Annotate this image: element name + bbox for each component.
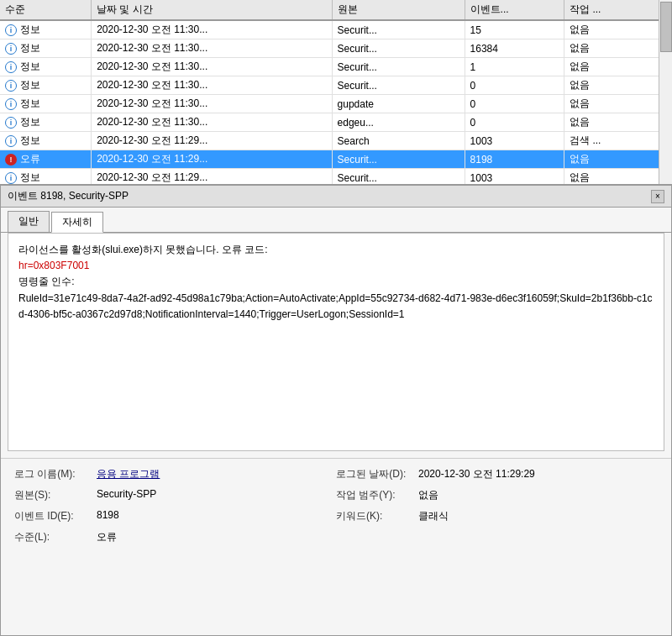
cell-level: i정보 [0, 113, 92, 132]
log-name-value[interactable]: 응용 프로그램 [97, 467, 160, 481]
level-text: 정보 [20, 78, 40, 92]
info-icon: i [5, 61, 17, 73]
cell-datetime: 2020-12-30 오전 11:30... [92, 20, 332, 39]
table-header-row: 수준 날짜 및 시간 원본 이벤트... 작업 ... [0, 0, 672, 20]
log-name-label: 로그 이름(M): [14, 467, 90, 481]
cell-source: Securit... [332, 169, 465, 186]
cell-source: Securit... [332, 150, 465, 169]
tab-detail[interactable]: 자세히 [51, 212, 103, 233]
col-header-level[interactable]: 수준 [0, 0, 92, 20]
keyword-label: 키워드(K): [336, 509, 412, 523]
table-row[interactable]: i정보2020-12-30 오전 11:30...Securit...0없음 [0, 76, 672, 95]
logged-date-label: 로그된 날짜(D): [336, 467, 412, 481]
meta-keyword: 키워드(K): 클래식 [336, 507, 658, 525]
cell-source: Search [332, 132, 465, 150]
keyword-value: 클래식 [418, 509, 449, 523]
cell-datetime: 2020-12-30 오전 11:29... [92, 169, 332, 186]
info-icon: i [5, 172, 17, 184]
cell-eventid: 1 [465, 58, 564, 76]
event-table: 수준 날짜 및 시간 원본 이벤트... 작업 ... i정보2020-12-3… [0, 0, 672, 185]
table-row[interactable]: i정보2020-12-30 오전 11:30...Securit...15없음 [0, 20, 672, 39]
table-row[interactable]: i정보2020-12-30 오전 11:29...Search1003검색 ..… [0, 132, 672, 150]
cell-level: i정보 [0, 39, 92, 58]
cell-eventid: 1003 [465, 132, 564, 150]
level-label: 수준(L): [14, 530, 90, 544]
cell-level: !오류 [0, 150, 92, 169]
cell-task: 없음 [564, 113, 672, 132]
info-icon: i [5, 135, 17, 147]
level-text: 정보 [20, 97, 40, 111]
cell-source: gupdate [332, 95, 465, 113]
detail-titlebar: 이벤트 8198, Security-SPP × [1, 186, 671, 208]
meta-log-name: 로그 이름(M): 응용 프로그램 [14, 465, 336, 483]
cell-eventid: 16384 [465, 39, 564, 58]
logged-date-value: 2020-12-30 오전 11:29:29 [418, 467, 535, 481]
cell-source: Securit... [332, 58, 465, 76]
event-log-table-area: 수준 날짜 및 시간 원본 이벤트... 작업 ... i정보2020-12-3… [0, 0, 672, 185]
info-icon: i [5, 24, 17, 36]
vertical-scrollbar[interactable] [659, 0, 672, 184]
table-body: i정보2020-12-30 오전 11:30...Securit...15없음i… [0, 20, 672, 185]
content-line2: hr=0x803F7001 [18, 258, 654, 274]
cell-task: 없음 [564, 39, 672, 58]
task-label: 작업 범주(Y): [336, 488, 412, 502]
cell-level: i정보 [0, 20, 92, 39]
level-text: 정보 [20, 134, 40, 148]
cell-datetime: 2020-12-30 오전 11:30... [92, 95, 332, 113]
cell-level: i정보 [0, 58, 92, 76]
cell-datetime: 2020-12-30 오전 11:29... [92, 150, 332, 169]
cell-task: 없음 [564, 20, 672, 39]
table-row[interactable]: i정보2020-12-30 오전 11:29...Securit...1003없… [0, 169, 672, 186]
cell-eventid: 8198 [465, 150, 564, 169]
meta-task: 작업 범주(Y): 없음 [336, 486, 658, 504]
meta-event-id: 이벤트 ID(E): 8198 [14, 507, 336, 525]
info-icon: i [5, 43, 17, 55]
cell-task: 검색 ... [564, 132, 672, 150]
cell-source: Securit... [332, 39, 465, 58]
cell-datetime: 2020-12-30 오전 11:29... [92, 132, 332, 150]
tab-general[interactable]: 일반 [8, 211, 50, 232]
detail-tabs: 일반 자세히 [1, 208, 671, 233]
cell-eventid: 0 [465, 95, 564, 113]
level-text: 정보 [20, 60, 40, 74]
cell-level: i정보 [0, 95, 92, 113]
table-row[interactable]: i정보2020-12-30 오전 11:30...gupdate0없음 [0, 95, 672, 113]
detail-title: 이벤트 8198, Security-SPP [8, 189, 129, 203]
info-icon: i [5, 80, 17, 92]
detail-content-area: 라이선스를 활성화(slui.exe)하지 못했습니다. 오류 코드: hr=0… [8, 233, 664, 451]
cell-source: edgeu... [332, 113, 465, 132]
event-id-value: 8198 [97, 509, 119, 523]
cell-task: 없음 [564, 76, 672, 95]
cell-level: i정보 [0, 76, 92, 95]
meta-level: 수준(L): 오류 [14, 528, 336, 546]
source-value: Security-SPP [97, 488, 156, 502]
cell-eventid: 0 [465, 76, 564, 95]
cell-source: Securit... [332, 20, 465, 39]
table-row[interactable]: i정보2020-12-30 오전 11:30...Securit...16384… [0, 39, 672, 58]
task-value: 없음 [418, 488, 438, 502]
table-row[interactable]: i정보2020-12-30 오전 11:30...Securit...1없음 [0, 58, 672, 76]
cell-source: Securit... [332, 76, 465, 95]
meta-source: 원본(S): Security-SPP [14, 486, 336, 504]
level-text: 정보 [20, 23, 40, 37]
cell-task: 없음 [564, 58, 672, 76]
scrollbar-thumb[interactable] [660, 2, 672, 52]
col-header-eventid[interactable]: 이벤트... [465, 0, 564, 20]
info-icon: i [5, 117, 17, 129]
source-label: 원본(S): [14, 488, 90, 502]
content-line1: 라이선스를 활성화(slui.exe)하지 못했습니다. 오류 코드: [18, 242, 654, 258]
level-text: 정보 [20, 41, 40, 55]
cell-level: i정보 [0, 132, 92, 150]
col-header-source[interactable]: 원본 [332, 0, 465, 20]
event-detail-panel: 이벤트 8198, Security-SPP × 일반 자세히 라이선스를 활성… [0, 185, 672, 636]
table-row[interactable]: i정보2020-12-30 오전 11:30...edgeu...0없음 [0, 113, 672, 132]
content-line3: 명령줄 인수: [18, 274, 654, 290]
col-header-datetime[interactable]: 날짜 및 시간 [92, 0, 332, 20]
col-header-task[interactable]: 작업 ... [564, 0, 672, 20]
cell-datetime: 2020-12-30 오전 11:30... [92, 113, 332, 132]
table-row[interactable]: !오류2020-12-30 오전 11:29...Securit...8198없… [0, 150, 672, 169]
detail-close-button[interactable]: × [651, 190, 664, 203]
cell-eventid: 15 [465, 20, 564, 39]
info-icon: i [5, 98, 17, 110]
cell-eventid: 0 [465, 113, 564, 132]
